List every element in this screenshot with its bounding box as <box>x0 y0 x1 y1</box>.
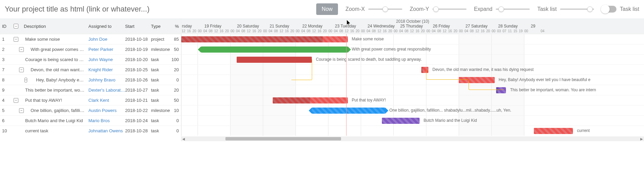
hour-label: 00 <box>328 29 332 33</box>
table-row[interactable]: 2−With great power comes great r...Peter… <box>0 44 181 54</box>
hour-label: 08 <box>307 29 310 33</box>
task-bar[interactable] <box>496 87 506 93</box>
col-start[interactable]: Start <box>125 24 151 29</box>
hour-label: 20 <box>323 29 327 33</box>
cell-assigned[interactable]: Dexter's Laboratory <box>88 88 125 93</box>
hour-label: 11 <box>508 29 512 33</box>
hour-label: 08 <box>437 29 441 33</box>
hour-label: 20 <box>388 29 392 33</box>
day-label: 19 Friday <box>204 24 221 28</box>
cell-description: Make some noise <box>24 37 88 42</box>
table-row[interactable]: 3Courage is being scared to dea...John W… <box>0 54 181 64</box>
hour-label: 00 <box>524 29 528 33</box>
zoom-y-slider[interactable] <box>433 8 467 10</box>
table-row[interactable]: 4−Put that toy AWAY!Clark Kent2018-10-21… <box>0 95 181 105</box>
day-label: 24 Wednesday <box>368 24 395 28</box>
hour-label: 12 <box>377 29 381 33</box>
project-title[interactable]: Your project title as html (link or what… <box>5 5 150 14</box>
hour-label: 16 <box>383 29 387 33</box>
cell-type: task <box>151 98 171 103</box>
hour-label: 12 <box>279 29 283 33</box>
table-row[interactable]: 7−Devon, the old man wanted me...Knight … <box>0 64 181 75</box>
cell-description: Put that toy AWAY! <box>24 98 88 103</box>
zoom-y-knob[interactable] <box>433 6 439 12</box>
row-expand-toggle[interactable]: − <box>19 47 24 52</box>
col-type[interactable]: Type <box>151 24 171 29</box>
cell-expander: − <box>14 47 24 52</box>
cell-assigned[interactable]: John Doe <box>88 37 125 42</box>
cell-pct: 20 <box>171 67 181 72</box>
cell-assigned[interactable]: John Wayne <box>88 57 125 62</box>
chart-h-scrollbar[interactable]: ◀ ▶ <box>181 136 644 141</box>
task-bar[interactable] <box>382 118 419 124</box>
cell-assigned[interactable]: Johhny Bravo <box>88 77 125 82</box>
row-expand-toggle[interactable]: − <box>14 37 18 42</box>
task-bar[interactable] <box>421 67 428 73</box>
table-row[interactable]: 8−Hey, Baby! Anybody ever tell y...Johhn… <box>0 75 181 85</box>
top-toolbar: Your project title as html (link or what… <box>0 0 644 18</box>
chart-panel[interactable]: 2018 October (10) rsday19 Friday20 Satur… <box>181 18 644 141</box>
cell-assigned[interactable]: Peter Parker <box>88 47 125 52</box>
cell-description: Butch Mario and the Luigi Kid <box>24 118 88 123</box>
table-row[interactable]: 5−One billion, gajillion, fafillion... s… <box>0 105 181 115</box>
cell-assigned[interactable]: Mario Bros <box>88 118 125 123</box>
scroll-right-arrow[interactable]: ▶ <box>640 137 643 140</box>
cell-start: 2018-10-28 <box>125 128 151 133</box>
expand-slider[interactable] <box>496 8 530 10</box>
col-description[interactable]: Description <box>24 24 88 29</box>
table-row[interactable]: 6Butch Mario and the Luigi KidMario Bros… <box>0 115 181 126</box>
cell-assigned[interactable]: Knight Rider <box>88 67 125 72</box>
hour-label: 00 <box>492 29 495 33</box>
col-pct[interactable]: % <box>171 24 181 29</box>
cell-expander: − <box>14 37 24 42</box>
cell-assigned[interactable]: Johnattan Owens <box>88 128 125 133</box>
expand-all-toggle[interactable]: − <box>14 24 18 28</box>
day-label: 26 Friday <box>433 24 450 28</box>
chart-row: Courage is being scared to death, but sa… <box>181 54 644 64</box>
scroll-thumb[interactable] <box>225 137 341 140</box>
cell-assigned[interactable]: Austin Powers <box>88 108 125 113</box>
day-label: 20 Saturday <box>237 24 259 28</box>
expand-knob[interactable] <box>498 6 504 12</box>
zoom-x-knob[interactable] <box>383 6 388 12</box>
cell-assigned[interactable]: Clark Kent <box>88 98 125 103</box>
row-expand-toggle[interactable]: − <box>14 98 18 103</box>
tasklist-slider-knob[interactable] <box>587 6 593 12</box>
tasklist-switch[interactable] <box>601 6 616 13</box>
expand-label: Expand <box>474 6 492 12</box>
tasklist-switch-control: Task list <box>601 6 639 13</box>
task-bar[interactable] <box>201 46 348 53</box>
cell-pct: 20 <box>171 88 181 93</box>
switch-knob[interactable] <box>601 5 610 14</box>
task-bar[interactable] <box>181 36 348 42</box>
hour-label: 04 <box>399 29 403 33</box>
hour-label: 00 <box>361 29 365 33</box>
hour-label: 04 <box>301 29 305 33</box>
cell-start: 2018-10-18 <box>125 37 151 42</box>
zoom-x-slider[interactable] <box>368 8 402 10</box>
row-expand-toggle[interactable]: − <box>19 68 24 72</box>
task-bar[interactable] <box>273 97 348 103</box>
tasklist-slider[interactable] <box>560 8 594 10</box>
scroll-left-arrow[interactable]: ◀ <box>182 137 185 140</box>
task-bar[interactable] <box>459 77 495 83</box>
cell-pct: 0 <box>171 128 181 133</box>
table-row[interactable]: 10current taskJohnattan Owens2018-10-28t… <box>0 126 181 136</box>
cell-type: task <box>151 77 171 82</box>
col-assigned[interactable]: Assigned to <box>88 24 125 29</box>
hour-label: 12 <box>443 29 446 33</box>
task-bar-label: One billion, gajillion, fafillion... sha… <box>389 108 511 113</box>
task-progress <box>496 87 498 93</box>
task-bar[interactable] <box>312 108 385 114</box>
cell-start: 2018-10-20 <box>125 57 151 62</box>
col-id[interactable]: ID <box>2 24 14 29</box>
table-row[interactable]: 9This better be important, woma...Dexter… <box>0 85 181 95</box>
day-label: 28 Sunday <box>498 24 518 28</box>
now-button[interactable]: Now <box>316 3 338 15</box>
task-bar[interactable] <box>237 57 312 63</box>
hour-label: 04 <box>269 29 272 33</box>
cell-id: 2 <box>2 47 14 52</box>
task-bar[interactable] <box>534 128 573 134</box>
table-row[interactable]: 1−Make some noiseJohn Doe2018-10-18proje… <box>0 34 181 44</box>
row-expand-toggle[interactable]: − <box>19 108 24 113</box>
